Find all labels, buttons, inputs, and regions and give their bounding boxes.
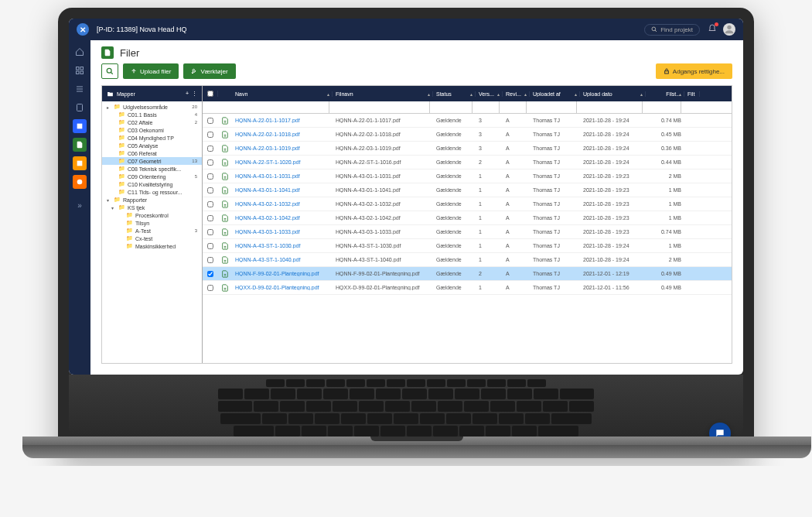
- filter-revision[interactable]: [506, 101, 527, 113]
- row-checkbox[interactable]: [207, 159, 213, 166]
- row-checkbox[interactable]: [207, 201, 213, 207]
- nav-files-icon[interactable]: [73, 138, 87, 152]
- file-name-link[interactable]: HQNN-A-43-ST-1-1030.pdf: [235, 243, 300, 248]
- col-status[interactable]: Status▴: [433, 91, 476, 97]
- user-avatar[interactable]: [723, 23, 735, 36]
- row-checkbox[interactable]: [207, 146, 213, 152]
- file-name-link[interactable]: HQNN-A-43-01-1-1031.pdf: [235, 173, 300, 179]
- nav-grid-icon[interactable]: [73, 63, 87, 77]
- filter-date[interactable]: [583, 101, 643, 113]
- row-checkbox[interactable]: [207, 271, 213, 277]
- notifications-icon[interactable]: [708, 24, 717, 35]
- tree-item[interactable]: 📁C03 Oekonomi: [102, 126, 202, 134]
- filter-filename[interactable]: [336, 101, 430, 113]
- tree-item[interactable]: 📁C01.1 Basis4: [102, 111, 202, 118]
- table-row[interactable]: HQNN-A-43-02-1-1032.pdf HQNN-A-43-02-1-1…: [203, 197, 732, 211]
- tree-item[interactable]: 📁C04 Myndighed TP: [102, 134, 202, 142]
- col-vers[interactable]: Vers...▴: [476, 91, 503, 97]
- nav-expand-icon[interactable]: »: [73, 198, 87, 212]
- nav-list-icon[interactable]: [73, 82, 87, 96]
- file-name-link[interactable]: HQNN-A-43-01-1-1041.pdf: [235, 187, 300, 193]
- file-name-link[interactable]: HQNN-A-22-01-1-1017.pdf: [235, 118, 300, 123]
- row-checkbox[interactable]: [207, 187, 213, 193]
- file-name-link[interactable]: HQNN-A-43-ST-1-1040.pdf: [235, 257, 300, 262]
- table-row[interactable]: HQXX-D-99-02-01-Plantegning.pdf HQXX-D-9…: [203, 281, 732, 295]
- tree-item[interactable]: 📁C06 Referat: [102, 149, 202, 157]
- col-filename[interactable]: Filnavn▴: [333, 91, 433, 97]
- table-row[interactable]: HQNN-A-43-02-1-1042.pdf HQNN-A-43-02-1-1…: [203, 211, 732, 225]
- table-row[interactable]: HQNN-A-22-01-1-1017.pdf HQNN-A-22-01-1-1…: [203, 114, 732, 128]
- file-name-link[interactable]: HQNN-A-22-03-1-1019.pdf: [235, 146, 300, 151]
- upload-files-button[interactable]: Upload filer: [123, 63, 179, 79]
- filter-status[interactable]: [436, 101, 473, 113]
- tree-item[interactable]: ▾📁Rapporter: [102, 196, 202, 204]
- tree-add-icon[interactable]: +: [186, 91, 189, 97]
- row-checkbox[interactable]: [207, 118, 213, 124]
- tree-item[interactable]: 📁C09 Orientering5: [102, 173, 202, 180]
- table-row[interactable]: HQNN-A-43-01-1-1031.pdf HQNN-A-43-01-1-1…: [203, 169, 732, 183]
- col-filt[interactable]: Filt: [684, 91, 700, 97]
- tree-item[interactable]: 📁C07 Geometri13: [102, 157, 202, 165]
- table-row[interactable]: HQNN-A-43-03-1-1033.pdf HQNN-A-43-03-1-1…: [203, 225, 732, 239]
- tree-item[interactable]: 📁C10 Kvalitetstyring: [102, 180, 202, 188]
- file-name-link[interactable]: HQNN-A-43-02-1-1042.pdf: [235, 215, 300, 221]
- row-checkbox[interactable]: [207, 243, 213, 249]
- tree-item[interactable]: 📁C08 Teknisk specifik...: [102, 165, 202, 173]
- cell-upload-date: 2021-10-28 - 19:24: [580, 118, 646, 123]
- tree-item[interactable]: 📁Cx-test: [102, 235, 202, 242]
- tree-menu-icon[interactable]: ⋮: [192, 91, 197, 97]
- nav-home-icon[interactable]: [73, 45, 87, 59]
- tree-item[interactable]: 📁Proceskontrol: [102, 211, 202, 219]
- tree-item[interactable]: 📁C02 Aftale2: [102, 118, 202, 126]
- file-name-link[interactable]: HQNN-A-22-02-1-1018.pdf: [235, 132, 300, 137]
- nav-blue-icon[interactable]: [73, 119, 87, 133]
- col-revi[interactable]: Revi...▴: [503, 91, 530, 97]
- table-row[interactable]: HQNN-A-22-02-1-1018.pdf HQNN-A-22-02-1-1…: [203, 128, 732, 142]
- nav-orange2-icon[interactable]: [73, 175, 87, 189]
- row-checkbox[interactable]: [207, 229, 213, 235]
- col-name[interactable]: Navn▴: [232, 91, 333, 97]
- tree-item[interactable]: ▸📁Udgivelsesområde20: [102, 103, 202, 111]
- tree-item[interactable]: 📁C11 Tids- og ressour...: [102, 188, 202, 196]
- grid-body[interactable]: HQNN-A-22-01-1-1017.pdf HQNN-A-22-01-1-1…: [203, 114, 732, 363]
- file-name-link[interactable]: HQXX-D-99-02-01-Plantegning.pdf: [235, 285, 319, 290]
- col-size[interactable]: Filst...▴: [646, 91, 684, 97]
- row-checkbox[interactable]: [207, 285, 213, 291]
- file-name-link[interactable]: HQNN-A-43-03-1-1033.pdf: [235, 229, 300, 235]
- col-date[interactable]: Upload dato▴: [580, 91, 646, 97]
- table-row[interactable]: HQNN-A-43-ST-1-1030.pdf HQNN-A-43-ST-1-1…: [203, 239, 732, 253]
- row-checkbox[interactable]: [207, 173, 213, 180]
- app-logo[interactable]: ✕: [77, 23, 89, 36]
- row-checkbox[interactable]: [207, 257, 213, 263]
- filter-size[interactable]: [649, 101, 681, 113]
- file-name-link[interactable]: HQNN-A-43-02-1-1032.pdf: [235, 201, 300, 207]
- col-check[interactable]: [203, 91, 218, 97]
- row-checkbox[interactable]: [207, 132, 213, 138]
- table-row[interactable]: HQNN-F-99-02-01-Plantegning.pdf HQNN-F-9…: [203, 267, 732, 281]
- nav-clipboard-icon[interactable]: [73, 101, 87, 115]
- nav-orange-icon[interactable]: [73, 156, 87, 170]
- file-name-link[interactable]: HQNN-A-22-ST-1-1020.pdf: [235, 159, 300, 165]
- tree-item[interactable]: 📁Tilsyn: [102, 219, 202, 227]
- access-rights-button[interactable]: Adgangs rettighe...: [656, 63, 732, 79]
- filter-name[interactable]: [235, 101, 329, 113]
- col-uploaded[interactable]: Uploadet af▴: [530, 91, 580, 97]
- tree-body[interactable]: ▸📁Udgivelsesområde20📁C01.1 Basis4📁C02 Af…: [102, 101, 202, 363]
- tree-item[interactable]: ▾📁KS tjek: [102, 204, 202, 211]
- filter-uploaded[interactable]: [533, 101, 577, 113]
- table-row[interactable]: HQNN-A-43-ST-1-1040.pdf HQNN-A-43-ST-1-1…: [203, 253, 732, 267]
- cell-filename: HQNN-A-22-02-1-1018.pdf: [333, 132, 433, 137]
- file-name-link[interactable]: HQNN-F-99-02-01-Plantegning.pdf: [235, 271, 319, 276]
- toolbar-search-button[interactable]: [101, 63, 118, 79]
- search-icon: [651, 26, 657, 33]
- row-checkbox[interactable]: [207, 215, 213, 221]
- tree-item[interactable]: 📁A-Test3: [102, 227, 202, 235]
- global-search[interactable]: Find projekt: [644, 24, 700, 36]
- tree-item[interactable]: 📁Maskinsikkerhed: [102, 242, 202, 250]
- filter-version[interactable]: [479, 101, 500, 113]
- table-row[interactable]: HQNN-A-43-01-1-1041.pdf HQNN-A-43-01-1-1…: [203, 183, 732, 197]
- tools-button[interactable]: Værktøjer: [183, 63, 235, 79]
- tree-item[interactable]: 📁C05 Analyse: [102, 142, 202, 149]
- table-row[interactable]: HQNN-A-22-ST-1-1020.pdf HQNN-A-22-ST-1-1…: [203, 156, 732, 169]
- table-row[interactable]: HQNN-A-22-03-1-1019.pdf HQNN-A-22-03-1-1…: [203, 142, 732, 156]
